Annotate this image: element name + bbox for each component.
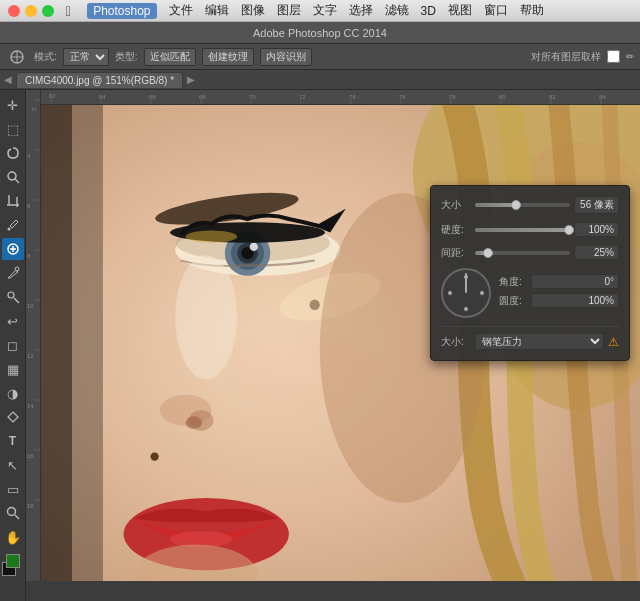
angle-circle[interactable]	[441, 268, 491, 318]
spacing-slider-thumb[interactable]	[483, 248, 493, 258]
svg-text:84: 84	[599, 94, 606, 100]
menu-view[interactable]: 视图	[448, 2, 472, 19]
size-row: 大小 56 像素	[441, 196, 619, 214]
crop-tool[interactable]	[2, 190, 24, 212]
size-value[interactable]: 56 像素	[574, 196, 619, 214]
size-pressure-label: 大小:	[441, 335, 471, 349]
content-aware-button[interactable]: 内容识别	[260, 48, 312, 66]
warning-icon: ⚠	[608, 335, 619, 349]
minimize-button[interactable]	[25, 5, 37, 17]
roundness-value[interactable]: 100%	[531, 293, 619, 308]
fg-bg-color[interactable]	[2, 554, 24, 576]
menu-image[interactable]: 图像	[241, 2, 265, 19]
ruler-left: 2 4 6 8 10 12 14 16 18	[26, 90, 41, 581]
edit-icon[interactable]: ✏	[626, 51, 634, 62]
ps-canvas-area[interactable]: 62 64 66 68 70 72 74 76 78	[26, 90, 640, 601]
svg-text:74: 74	[349, 94, 356, 100]
svg-text:82: 82	[549, 94, 556, 100]
svg-point-73	[250, 243, 258, 251]
svg-rect-87	[41, 105, 103, 581]
approx-match-button[interactable]: 近似匹配	[144, 48, 196, 66]
clone-stamp-tool[interactable]	[2, 286, 24, 308]
spacing-row: 间距: 25%	[441, 245, 619, 260]
hardness-value[interactable]: 100%	[574, 222, 619, 237]
brush-tool[interactable]	[2, 262, 24, 284]
menu-layer[interactable]: 图层	[277, 2, 301, 19]
svg-text:66: 66	[149, 94, 156, 100]
gradient-tool[interactable]: ▦	[2, 358, 24, 380]
size-slider-track[interactable]	[475, 203, 570, 207]
ps-doc-tab-bar: ◀ CIMG4000.jpg @ 151%(RGB/8) * ▶	[0, 70, 640, 90]
spacing-label: 间距:	[441, 246, 471, 260]
rect-select-tool[interactable]: ⬚	[2, 118, 24, 140]
angle-dot-right	[480, 291, 484, 295]
sample-all-layers-label: 对所有图层取样	[531, 50, 601, 64]
menu-window[interactable]: 窗口	[484, 2, 508, 19]
size-label: 大小	[441, 198, 471, 212]
type-tool[interactable]: T	[2, 430, 24, 452]
ruler-top: 62 64 66 68 70 72 74 76 78	[41, 90, 640, 105]
svg-point-3	[8, 172, 16, 180]
eyedropper-tool[interactable]	[2, 214, 24, 236]
ps-main-area: ✛ ⬚ ↩ ◻ ▦	[0, 90, 640, 601]
menu-type[interactable]: 文字	[313, 2, 337, 19]
nav-back-icon[interactable]: ◀	[4, 74, 12, 85]
dodge-tool[interactable]: ◑	[2, 382, 24, 404]
menu-filter[interactable]: 滤镜	[385, 2, 409, 19]
apple-logo-icon: 	[66, 3, 71, 19]
traffic-lights	[8, 5, 54, 17]
svg-text:78: 78	[449, 94, 456, 100]
hardness-label: 硬度:	[441, 223, 471, 237]
size-slider-thumb[interactable]	[511, 200, 521, 210]
maximize-button[interactable]	[42, 5, 54, 17]
eraser-tool[interactable]: ◻	[2, 334, 24, 356]
doc-tab[interactable]: CIMG4000.jpg @ 151%(RGB/8) *	[16, 72, 183, 88]
zoom-tool[interactable]	[2, 502, 24, 524]
spacing-value[interactable]: 25%	[574, 245, 619, 260]
mode-select[interactable]: 正常	[63, 48, 109, 66]
brush-tool-icon[interactable]	[6, 46, 28, 68]
healing-brush-tool[interactable]	[2, 238, 24, 260]
pen-tool[interactable]	[2, 406, 24, 428]
angle-dot-bottom	[464, 307, 468, 311]
menu-help[interactable]: 帮助	[520, 2, 544, 19]
shape-tool[interactable]: ▭	[2, 478, 24, 500]
size-pressure-select[interactable]: 钢笔压力	[475, 333, 604, 350]
svg-point-14	[7, 508, 15, 516]
lasso-tool[interactable]	[2, 142, 24, 164]
close-button[interactable]	[8, 5, 20, 17]
path-select-tool[interactable]: ↖	[2, 454, 24, 476]
menu-photoshop[interactable]: Photoshop	[87, 3, 156, 19]
svg-text:76: 76	[399, 94, 406, 100]
canvas-image[interactable]: 大小 56 像素 硬度: 100%	[41, 105, 640, 581]
nav-forward-icon[interactable]: ▶	[187, 74, 195, 85]
quick-select-tool[interactable]	[2, 166, 24, 188]
ps-titlebar: Adobe Photoshop CC 2014	[0, 22, 640, 44]
size-pressure-row: 大小: 钢笔压力 ⚠	[441, 326, 619, 350]
svg-text:62: 62	[49, 93, 56, 99]
svg-line-4	[15, 179, 19, 183]
spacing-slider[interactable]	[475, 251, 570, 255]
angle-dot-left	[448, 291, 452, 295]
mode-label: 模式:	[34, 50, 57, 64]
hardness-slider-thumb[interactable]	[564, 225, 574, 235]
svg-text:18: 18	[27, 503, 34, 509]
svg-text:72: 72	[299, 94, 306, 100]
sample-all-layers-checkbox[interactable]	[607, 50, 620, 63]
angle-value[interactable]: 0°	[531, 274, 619, 289]
menu-edit[interactable]: 编辑	[205, 2, 229, 19]
ps-title: Adobe Photoshop CC 2014	[253, 27, 387, 39]
svg-text:70: 70	[249, 94, 256, 100]
svg-text:16: 16	[27, 453, 34, 459]
create-texture-button[interactable]: 创建纹理	[202, 48, 254, 66]
menu-select[interactable]: 选择	[349, 2, 373, 19]
menu-file[interactable]: 文件	[169, 2, 193, 19]
svg-line-15	[15, 515, 19, 519]
hand-tool[interactable]: ✋	[2, 526, 24, 548]
angle-dot-top	[464, 275, 468, 279]
history-brush-tool[interactable]: ↩	[2, 310, 24, 332]
hardness-slider[interactable]	[475, 228, 570, 232]
move-tool[interactable]: ✛	[2, 94, 24, 116]
menu-3d[interactable]: 3D	[421, 4, 436, 18]
svg-text:68: 68	[199, 94, 206, 100]
